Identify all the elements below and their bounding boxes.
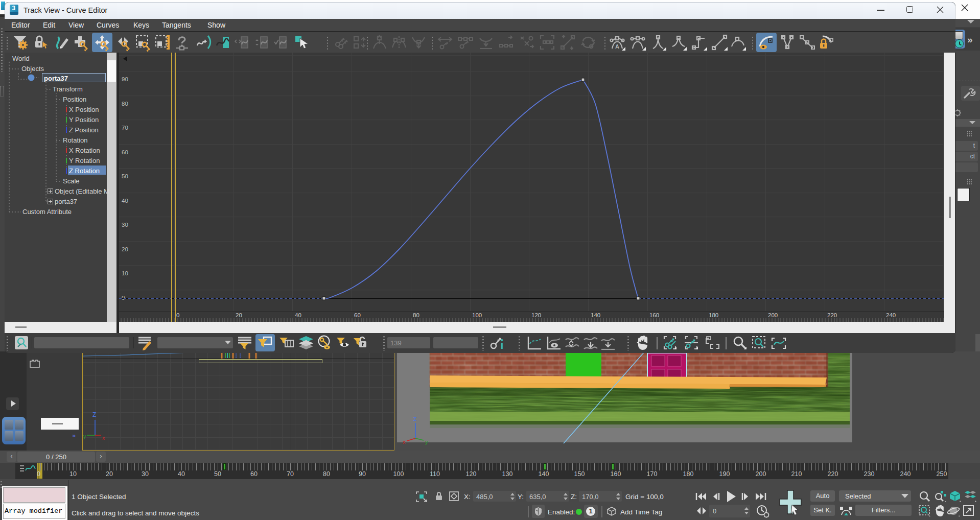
svg-text:z: z — [413, 415, 416, 422]
svg-text:x: x — [102, 435, 105, 441]
svg-text:A: A — [615, 43, 619, 50]
svg-text:Z: Z — [92, 411, 96, 418]
svg-text:y: y — [83, 433, 86, 439]
svg-text:x: x — [403, 439, 406, 445]
svg-text:y: y — [425, 439, 428, 445]
